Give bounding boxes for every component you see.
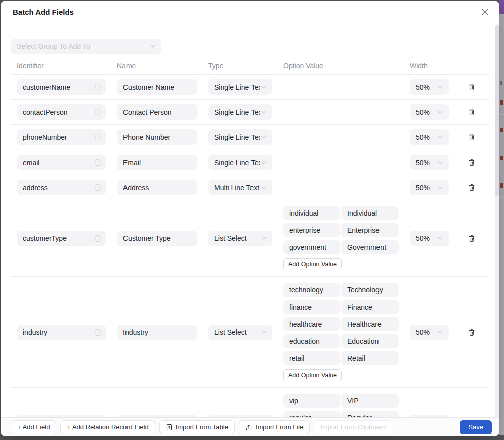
type-value: Single Line Text (214, 159, 260, 167)
background-red-icon (500, 183, 503, 188)
upload-icon (245, 424, 253, 431)
name-input[interactable]: Customer Name (117, 79, 197, 95)
type-value: Single Line Text (214, 83, 260, 91)
type-value: Single Line Text (214, 133, 260, 141)
option-label-text: Retail (347, 354, 365, 362)
column-header-width: Width (410, 62, 449, 70)
option-label-text: Healthcare (347, 320, 382, 328)
option-label-input[interactable]: Finance (341, 300, 399, 314)
delete-row-button[interactable] (468, 133, 476, 141)
add-option-value-button[interactable]: Add Option Value (283, 258, 342, 270)
type-select[interactable]: List Select (208, 231, 272, 246)
import-from-table-button[interactable]: Import From Table (159, 420, 235, 434)
option-value-row: governmentGovernment (283, 240, 399, 254)
field-row: emailEmailSingle Line Text50% (11, 150, 489, 175)
identifier-input[interactable]: address (17, 180, 106, 195)
background-page-strip (499, 0, 504, 435)
delete-row-button[interactable] (468, 83, 476, 91)
option-label-input[interactable]: Retail (341, 351, 399, 365)
field-row: addressAddressMulti Line Text50% (11, 175, 489, 200)
chevron-down-icon (260, 184, 267, 191)
name-value: Address (123, 184, 149, 192)
identifier-input[interactable]: customerName (17, 79, 106, 95)
import-from-clipboard-button: Import From Clipboard (314, 420, 392, 434)
name-input[interactable]: Customer Type (117, 231, 197, 246)
chevron-down-icon (437, 184, 444, 191)
option-label-input[interactable]: Healthcare (341, 317, 399, 331)
width-select[interactable]: 50% (410, 104, 449, 120)
delete-row-button[interactable] (468, 328, 476, 336)
option-value-text: retail (289, 354, 304, 362)
width-select[interactable]: 50% (410, 231, 449, 246)
close-button[interactable] (479, 6, 490, 17)
option-label-input[interactable]: Technology (341, 283, 399, 297)
delete-row-button[interactable] (468, 234, 476, 242)
field-row: List SelectvipVIPregularRegular50% (11, 388, 489, 417)
option-value-input[interactable]: technology (283, 283, 340, 297)
width-select[interactable]: 50% (410, 155, 449, 170)
delete-row-button[interactable] (468, 159, 476, 167)
option-label-input[interactable]: Government (341, 240, 399, 254)
option-value-row: healthcareHealthcare (283, 317, 399, 331)
name-value: Industry (123, 328, 148, 336)
background-row-divider (499, 197, 504, 198)
chevron-down-icon (260, 329, 267, 336)
modal-scrollbar-thumb[interactable] (495, 25, 499, 196)
type-select[interactable]: Multi Line Text (208, 180, 272, 195)
import-from-clipboard-label: Import From Clipboard (320, 423, 386, 431)
name-input[interactable]: Email (117, 155, 197, 170)
option-value-row: enterpriseEnterprise (283, 223, 399, 237)
modal-scrollbar-track[interactable] (495, 24, 499, 432)
option-label-input[interactable]: Regular (341, 411, 399, 417)
width-value: 50% (416, 83, 437, 91)
add-option-value-button[interactable]: Add Option Value (283, 369, 342, 381)
name-input[interactable]: Contact Person (117, 104, 197, 120)
option-value-input[interactable]: retail (283, 351, 340, 365)
save-button[interactable]: Save (460, 420, 492, 434)
option-value-text: healthcare (289, 320, 322, 328)
option-value-row: vipVIP (283, 394, 399, 408)
type-select[interactable]: List Select (208, 325, 272, 340)
option-value-input[interactable]: government (283, 240, 340, 254)
identifier-input[interactable]: email (17, 155, 106, 170)
option-value-input[interactable]: finance (283, 300, 340, 314)
width-select[interactable]: 50% (410, 129, 449, 145)
option-label-input[interactable]: Education (341, 334, 399, 348)
name-input[interactable]: Industry (117, 325, 197, 340)
identifier-input[interactable]: industry (17, 325, 106, 340)
type-select[interactable]: Single Line Text (208, 155, 272, 170)
import-from-file-button[interactable]: Import From File (239, 420, 310, 434)
option-value-input[interactable]: regular (283, 411, 340, 417)
identifier-input[interactable]: contactPerson (17, 104, 106, 120)
type-select[interactable]: Single Line Text (208, 104, 272, 120)
add-relation-record-field-button[interactable]: + Add Relation Record Field (60, 420, 155, 434)
trash-icon (468, 108, 475, 116)
option-value-input[interactable]: healthcare (283, 317, 340, 331)
delete-row-button[interactable] (468, 108, 476, 116)
option-label-input[interactable]: VIP (341, 394, 399, 408)
delete-row-button[interactable] (468, 184, 476, 192)
width-select[interactable]: 50% (410, 325, 449, 340)
identifier-input[interactable]: customerType (17, 231, 106, 246)
option-value-input[interactable]: enterprise (283, 223, 340, 237)
option-label-input[interactable]: Individual (341, 206, 399, 220)
width-select[interactable]: 50% (410, 180, 449, 195)
name-input[interactable]: Phone Number (117, 129, 197, 145)
option-value-input[interactable]: education (283, 334, 340, 348)
option-value-row: regularRegular (283, 411, 399, 417)
add-field-button[interactable]: + Add Field (11, 420, 56, 434)
column-header-type: Type (208, 62, 272, 70)
option-value-row: individualIndividual (283, 206, 399, 220)
type-select[interactable]: Single Line Text (208, 79, 272, 95)
option-label-input[interactable]: Enterprise (341, 223, 399, 237)
width-value: 50% (416, 108, 437, 116)
option-value-input[interactable]: vip (283, 394, 340, 408)
type-select[interactable]: Single Line Text (208, 129, 272, 145)
width-select[interactable]: 50% (410, 79, 449, 95)
name-input[interactable]: Address (117, 180, 197, 195)
option-label-text: Enterprise (347, 226, 380, 234)
option-value-input[interactable]: individual (283, 206, 340, 220)
group-select[interactable]: Select Group To Add To (11, 39, 161, 54)
identifier-input[interactable]: phoneNumber (17, 129, 106, 145)
import-from-file-label: Import From File (256, 423, 303, 431)
